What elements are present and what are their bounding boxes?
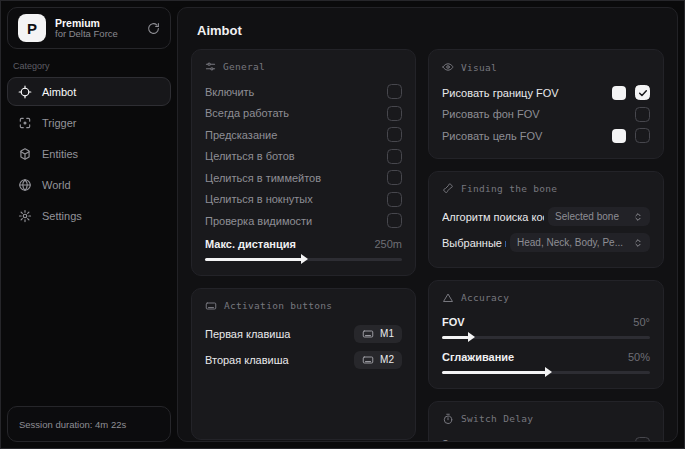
- chevrons-up-down-icon: [633, 238, 643, 248]
- toggle-label: Предсказание: [205, 129, 277, 141]
- max-distance-slider-block: Макс. дистанция 250m: [205, 235, 402, 261]
- smoothing-value: 50%: [628, 351, 650, 363]
- aimbot-crosshair-icon: [18, 85, 32, 99]
- bone-card: Finding the bone Алгоритм поиска кости S…: [428, 171, 664, 268]
- sidebar-item-trigger[interactable]: Trigger: [7, 108, 171, 137]
- draw-fov-border-row: Рисовать границу FOV: [442, 82, 650, 104]
- switch-delay-toggle-row: Задержка переключения: [442, 434, 650, 443]
- first-key-row: Первая клавиша M1: [205, 321, 402, 347]
- trigger-target-icon: [18, 116, 32, 130]
- brand-logo-letter: P: [27, 20, 37, 37]
- accuracy-card: Accuracy FOV 50° Сглаживание: [428, 280, 664, 389]
- key-value: M1: [380, 328, 394, 339]
- bone-algorithm-value: Selected bone: [555, 211, 619, 222]
- accuracy-header-label: Accuracy: [461, 292, 509, 303]
- switch-delay-card-header: Switch Delay: [442, 413, 650, 425]
- sidebar-item-label: Aimbot: [42, 86, 76, 98]
- entities-scan-icon: [18, 147, 32, 161]
- selected-bones-select[interactable]: Head, Neck, Body, Pe...: [510, 233, 650, 252]
- always-work-checkbox[interactable]: [387, 106, 402, 121]
- target-bots-checkbox[interactable]: [387, 149, 402, 164]
- bone-icon: [442, 183, 454, 195]
- globe-icon: [18, 178, 32, 192]
- category-label: Category: [13, 61, 165, 71]
- refresh-icon[interactable]: [147, 22, 160, 35]
- sliders-icon: [205, 61, 216, 72]
- left-column: General Включить Всегда работать Предска…: [191, 49, 416, 442]
- smoothing-label: Сглаживание: [442, 351, 514, 363]
- sidebar-item-aimbot[interactable]: Aimbot: [7, 77, 171, 106]
- first-key-label: Первая клавиша: [205, 328, 290, 340]
- max-distance-label: Макс. дистанция: [205, 238, 296, 250]
- draw-fov-target-row: Рисовать цель FOV: [442, 125, 650, 147]
- sidebar-item-entities[interactable]: Entities: [7, 139, 171, 168]
- bone-algorithm-select[interactable]: Selected bone: [548, 207, 650, 226]
- switch-delay-card: Switch Delay Задержка переключения Задер…: [428, 401, 664, 443]
- toggle-label: Включить: [205, 86, 254, 98]
- draw-fov-target-label: Рисовать цель FOV: [442, 130, 542, 142]
- toggle-label: Целиться в ботов: [205, 150, 295, 162]
- fov-slider-block: FOV 50°: [442, 313, 650, 339]
- bone-header-label: Finding the bone: [461, 183, 557, 194]
- visibility-check-checkbox[interactable]: [387, 213, 402, 228]
- brand-subtitle: for Delta Force: [55, 29, 138, 40]
- toggle-row-always-work: Всегда работать: [205, 103, 402, 125]
- switch-delay-toggle-label: Задержка переключения: [442, 438, 569, 442]
- max-distance-slider[interactable]: [205, 258, 402, 261]
- main-panel: Aimbot General Включить: [177, 7, 678, 442]
- eye-icon: [442, 61, 454, 73]
- switch-delay-checkbox[interactable]: [635, 437, 650, 442]
- target-knocked-checkbox[interactable]: [387, 192, 402, 207]
- draw-fov-target-checkbox[interactable]: [635, 128, 650, 143]
- slider-labels: Сглаживание 50%: [442, 348, 650, 366]
- brand-box: P Premium for Delta Force: [7, 7, 171, 49]
- fov-target-color-swatch[interactable]: [612, 129, 626, 143]
- draw-fov-background-checkbox[interactable]: [635, 107, 650, 122]
- target-teammates-checkbox[interactable]: [387, 170, 402, 185]
- brand-title: Premium: [55, 17, 138, 29]
- page-title: Aimbot: [178, 8, 677, 49]
- prediction-checkbox[interactable]: [387, 127, 402, 142]
- general-header-label: General: [223, 61, 265, 72]
- draw-fov-border-checkbox[interactable]: [635, 85, 650, 100]
- sidebar-item-label: Entities: [42, 148, 78, 160]
- brand-text: Premium for Delta Force: [55, 17, 138, 40]
- keyboard-icon: [362, 354, 374, 366]
- toggle-label: Целиться в нокнутых: [205, 193, 313, 205]
- sidebar: P Premium for Delta Force Category Aimbo…: [1, 1, 177, 448]
- bone-card-header: Finding the bone: [442, 183, 650, 195]
- second-key-row: Вторая клавиша M2: [205, 347, 402, 373]
- chevrons-up-down-icon: [633, 212, 643, 222]
- selected-bones-label: Выбранные кости: [442, 237, 506, 249]
- content-columns: General Включить Всегда работать Предска…: [178, 49, 677, 442]
- keyboard-icon: [362, 328, 374, 340]
- enable-checkbox[interactable]: [387, 84, 402, 99]
- draw-fov-background-label: Рисовать фон FOV: [442, 108, 540, 120]
- smoothing-slider[interactable]: [442, 371, 650, 374]
- activation-card-header: Activation buttons: [205, 300, 402, 312]
- visual-card-header: Visual: [442, 61, 650, 73]
- activation-header-label: Activation buttons: [224, 300, 332, 311]
- right-column: Visual Рисовать границу FOV Рисовать фон…: [428, 49, 664, 442]
- fov-border-color-swatch[interactable]: [612, 86, 626, 100]
- sidebar-nav: Aimbot Trigger Entities: [1, 77, 177, 230]
- key-value: M2: [380, 354, 394, 365]
- fov-label: FOV: [442, 316, 465, 328]
- session-duration-text: Session duration: 4m 22s: [19, 419, 126, 430]
- brand-logo: P: [18, 14, 46, 42]
- sidebar-item-settings[interactable]: Settings: [7, 201, 171, 230]
- session-duration-box: Session duration: 4m 22s: [7, 406, 171, 442]
- draw-fov-background-row: Рисовать фон FOV: [442, 104, 650, 126]
- draw-fov-border-label: Рисовать границу FOV: [442, 87, 559, 99]
- general-card-header: General: [205, 61, 402, 72]
- sidebar-item-label: World: [42, 179, 71, 191]
- fov-slider[interactable]: [442, 336, 650, 339]
- first-key-button[interactable]: M1: [354, 325, 402, 343]
- selected-bones-value: Head, Neck, Body, Pe...: [517, 237, 623, 248]
- fov-value: 50°: [633, 316, 650, 328]
- second-key-button[interactable]: M2: [354, 351, 402, 369]
- app-window: P Premium for Delta Force Category Aimbo…: [0, 0, 685, 449]
- sidebar-item-world[interactable]: World: [7, 170, 171, 199]
- triangle-icon: [442, 292, 454, 304]
- toggle-label: Проверка видимости: [205, 215, 312, 227]
